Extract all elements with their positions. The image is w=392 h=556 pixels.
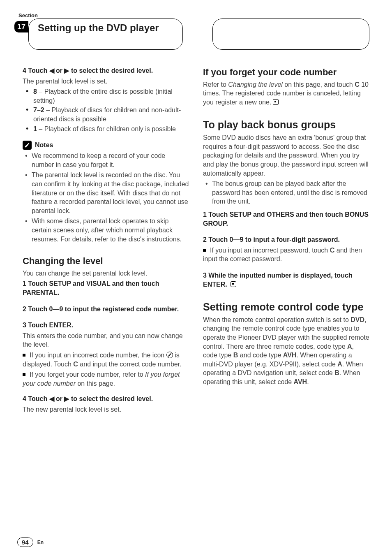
bonus-bullet-list: The bonus group can be played back after… <box>203 179 369 206</box>
notes-list: We recommend to keep a record of your co… <box>23 151 189 243</box>
left-column: 4 Touch ◀ or ▶ to select the desired lev… <box>23 66 189 416</box>
bonus-intro: Some DVD audio discs have an extra 'bonu… <box>203 133 369 178</box>
language-label: En <box>37 540 44 545</box>
section-number-badge: 17 <box>14 21 28 32</box>
bonus-step-2-sub: If you input an incorrect password, touc… <box>203 246 369 264</box>
section-label: Section <box>18 12 38 19</box>
changing-step-4-desc: The new parental lock level is set. <box>23 405 189 414</box>
level-list: 8 – Playback of the entire disc is possi… <box>23 87 189 133</box>
prohibited-icon <box>166 352 173 358</box>
section-label-block: Section <box>23 12 369 19</box>
content-columns: 4 Touch ◀ or ▶ to select the desired lev… <box>23 66 369 416</box>
remote-paragraph: When the remote control operation switch… <box>203 315 369 387</box>
footer: 94 En <box>17 537 44 547</box>
note-item: The parental lock level is recorded on t… <box>32 171 189 215</box>
step-4-title: 4 Touch ◀ or ▶ to select the desired lev… <box>23 66 189 75</box>
changing-step-2: 2 Touch 0—9 to input the registered code… <box>23 305 189 314</box>
note-item: With some discs, parental lock operates … <box>32 217 189 243</box>
header-row: 17 Setting up the DVD player <box>23 19 369 50</box>
level-item-7-2: 7–2 – Playback of discs for children and… <box>33 106 189 123</box>
bonus-step-3: 3 While the inputted number is displayed… <box>203 271 369 289</box>
level-item-8: 8 – Playback of the entire disc is possi… <box>33 87 189 105</box>
changing-step-3-sub2: If you forget your code number, refer to… <box>23 370 189 388</box>
square-bullet-icon <box>23 354 25 357</box>
remote-heading: Setting remote control code type <box>203 301 369 313</box>
changing-step-4: 4 Touch ◀ or ▶ to select the desired lev… <box>23 394 189 403</box>
empty-title-box <box>212 19 369 50</box>
bonus-step-2: 2 Touch 0—9 to input a four-digit passwo… <box>203 235 369 244</box>
end-marker-icon <box>273 99 279 105</box>
bonus-bullet: The bonus group can be played back after… <box>212 179 369 206</box>
changing-step-3-sub1: If you input an incorrect code number, t… <box>23 351 189 368</box>
right-column: If you forget your code number Refer to … <box>203 66 369 416</box>
square-bullet-icon <box>203 249 206 252</box>
step-4-desc: The parental lock level is set. <box>23 77 189 86</box>
end-marker-icon <box>231 281 236 287</box>
page-title: Setting up the DVD player <box>28 19 183 50</box>
notes-header: Notes <box>23 141 189 150</box>
bonus-step-1: 1 Touch SETUP and OTHERS and then touch … <box>203 210 369 228</box>
pencil-icon <box>23 141 32 150</box>
changing-level-intro: You can change the set parental lock lev… <box>23 269 189 278</box>
changing-step-3: 3 Touch ENTER. <box>23 321 189 330</box>
changing-step-3-desc: This enters the code number, and you can… <box>23 331 189 349</box>
page: Section 17 Setting up the DVD player 4 T… <box>0 0 392 556</box>
forget-heading: If you forget your code number <box>203 66 369 79</box>
page-number: 94 <box>17 537 33 547</box>
square-bullet-icon <box>23 373 25 376</box>
level-item-1: 1 – Playback of discs for children only … <box>33 125 189 134</box>
note-item: We recommend to keep a record of your co… <box>32 151 189 169</box>
forget-paragraph: Refer to Changing the level on this page… <box>203 80 369 107</box>
changing-level-heading: Changing the level <box>23 255 189 267</box>
bonus-heading: To play back bonus groups <box>203 119 369 131</box>
notes-title: Notes <box>35 141 53 150</box>
header-group: 17 Setting up the DVD player <box>23 19 183 50</box>
changing-step-1: 1 Touch SETUP and VISUAL and then touch … <box>23 279 189 297</box>
